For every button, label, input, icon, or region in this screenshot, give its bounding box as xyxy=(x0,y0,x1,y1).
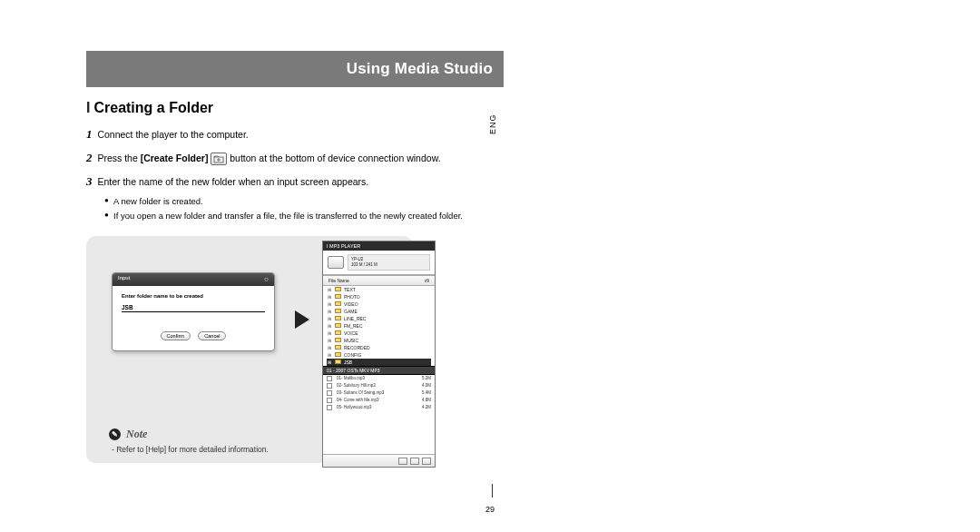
folder-label: FM_REC xyxy=(344,323,363,329)
step-1-text: Connect the player to the computer. xyxy=(97,129,248,140)
folder-label: MUSIC xyxy=(344,338,358,343)
folder-row[interactable]: ⊞TEXT xyxy=(327,286,431,293)
folder-row[interactable]: ⊞RECORDED xyxy=(327,344,431,351)
device-folder-list: ⊞TEXT ⊞PHOTO ⊞VIDEO ⊞GAME ⊞LINE_REC ⊞FM_… xyxy=(323,286,435,366)
folder-icon xyxy=(335,287,341,291)
title-bar-glyph: I xyxy=(86,100,90,115)
device-file-list: 01- Malibu.mp35.2M 02- Solsbury Hill.mp3… xyxy=(323,375,435,411)
file-name: 05- Hollywood.mp3 xyxy=(337,405,372,409)
folder-icon xyxy=(335,338,341,342)
folder-row[interactable]: ⊞MUSIC xyxy=(327,337,431,344)
folder-row[interactable]: ⊞CONFIG xyxy=(327,351,431,359)
page-number: 29 xyxy=(485,505,495,514)
close-icon[interactable]: ○ xyxy=(262,275,270,283)
folder-row[interactable]: ⊞LINE_REC xyxy=(327,315,431,322)
folder-row[interactable]: ⊞FM_REC xyxy=(327,322,431,330)
step-2-bold: [Create Folder] xyxy=(141,153,209,163)
input-dialog: Input ○ Enter folder name to be created … xyxy=(112,272,275,351)
file-size: 4.8M xyxy=(422,398,431,403)
device-toolbar xyxy=(323,454,435,467)
step-1-number: 1 xyxy=(86,127,93,141)
folder-name-input[interactable]: JSB xyxy=(122,304,265,312)
folder-icon xyxy=(335,323,341,328)
checkbox-icon[interactable] xyxy=(327,390,332,396)
file-row[interactable]: 04- Come with Me.mp34.8M xyxy=(327,397,431,404)
folder-label: PHOTO xyxy=(344,294,360,300)
page-divider xyxy=(492,484,493,498)
folder-icon xyxy=(335,294,341,299)
step-1: 1 Connect the player to the computer. xyxy=(86,125,504,144)
dialog-title: Input xyxy=(118,275,130,281)
file-row[interactable]: 02- Solsbury Hill.mp34.0M xyxy=(327,382,431,389)
folder-label: VIDEO xyxy=(344,301,358,307)
folder-label: TEXT xyxy=(344,287,356,292)
col-filename: File Name xyxy=(328,278,349,283)
folder-icon xyxy=(335,316,341,320)
folder-row[interactable]: ⊞PHOTO xyxy=(327,293,431,300)
note-text: - Refer to [Help] for more detailed info… xyxy=(112,445,269,454)
file-row[interactable]: 05- Hollywood.mp34.2M xyxy=(327,404,431,411)
folder-icon xyxy=(335,360,341,364)
folder-icon xyxy=(335,301,341,306)
step-2-pre: Press the xyxy=(97,153,140,163)
folder-label: VOICE xyxy=(344,330,358,336)
header-title: Using Media Studio xyxy=(347,60,493,78)
confirm-button[interactable]: Confirm xyxy=(161,331,191,340)
file-size: 4.0M xyxy=(422,383,431,389)
arrow-right-icon xyxy=(295,310,309,329)
file-name: 04- Come with Me.mp3 xyxy=(337,398,379,402)
step-2-number: 2 xyxy=(86,151,93,164)
checkbox-icon[interactable] xyxy=(327,398,332,403)
folder-label: LINE_REC xyxy=(344,316,366,321)
step-2-post: button at the bottom of device connectio… xyxy=(230,153,440,163)
file-name: 01- Malibu.mp3 xyxy=(337,376,365,380)
file-size: 4.2M xyxy=(422,405,431,410)
language-tag: ENG xyxy=(488,113,497,134)
header-bar: Using Media Studio xyxy=(86,51,504,87)
sub-bullets: A new folder is created. If you open a n… xyxy=(104,195,504,222)
step-3: 3 Enter the name of the new folder when … xyxy=(86,172,504,192)
folder-label: CONFIG xyxy=(344,352,361,358)
create-folder-icon xyxy=(211,153,227,165)
files-group-row[interactable]: 01 - 2007 OSTs MKV MP3 xyxy=(323,366,435,375)
folder-row-selected[interactable]: ⊞JSB xyxy=(327,359,431,366)
checkbox-icon[interactable] xyxy=(327,383,332,389)
step-2: 2 Press the [Create Folder] button at th… xyxy=(86,149,504,168)
folder-row[interactable]: ⊞VOICE xyxy=(327,330,431,337)
section-title-text: Creating a Folder xyxy=(93,100,213,115)
folder-row[interactable]: ⊞VIDEO xyxy=(327,300,431,308)
file-row[interactable]: 03- Sultans Of Swing.mp35.4M xyxy=(327,389,431,397)
device-window: I MP3 PLAYER YP-U2 103 M / 241 M File Na… xyxy=(322,241,436,468)
device-info: YP-U2 103 M / 241 M xyxy=(348,254,430,271)
checkbox-icon[interactable] xyxy=(327,405,332,410)
cancel-button[interactable]: Cancel xyxy=(198,331,226,340)
col-ext: v9 xyxy=(425,278,429,283)
section-title: ICreating a Folder xyxy=(86,100,504,116)
bullet-a: A new folder is created. xyxy=(104,195,504,207)
step-3-number: 3 xyxy=(86,174,93,188)
file-name: 02- Solsbury Hill.mp3 xyxy=(337,383,376,388)
folder-label: JSB xyxy=(344,360,352,365)
file-size: 5.2M xyxy=(422,376,431,381)
toolbar-button-icon[interactable] xyxy=(398,458,407,465)
bullet-b: If you open a new folder and transfer a … xyxy=(104,210,504,222)
folder-icon xyxy=(335,330,341,335)
note-label: Note xyxy=(126,428,147,441)
device-list-header: File Name v9 xyxy=(323,275,435,286)
step-3-text: Enter the name of the new folder when an… xyxy=(97,176,368,187)
file-size: 5.4M xyxy=(422,390,431,396)
dialog-titlebar: Input ○ xyxy=(113,273,274,286)
toolbar-button-icon[interactable] xyxy=(422,458,431,465)
device-title: I MP3 PLAYER xyxy=(323,241,435,251)
file-name: 03- Sultans Of Swing.mp3 xyxy=(337,390,384,395)
folder-row[interactable]: ⊞GAME xyxy=(327,308,431,315)
files-group-label: 01 - 2007 OSTs MKV MP3 xyxy=(327,368,380,373)
file-row[interactable]: 01- Malibu.mp35.2M xyxy=(327,375,431,382)
toolbar-button-icon[interactable] xyxy=(410,458,419,465)
folder-icon xyxy=(335,345,341,350)
note-badge-icon: ✎ xyxy=(109,429,121,440)
device-storage: 103 M / 241 M xyxy=(351,262,426,268)
folder-icon xyxy=(335,352,341,357)
checkbox-icon[interactable] xyxy=(327,376,332,381)
folder-label: GAME xyxy=(344,309,358,314)
